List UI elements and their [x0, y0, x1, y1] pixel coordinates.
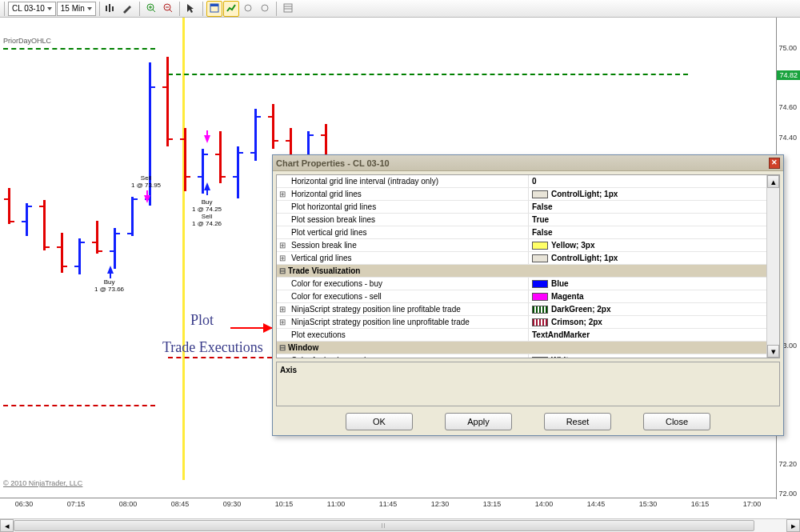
x-tick: 14:00 [535, 500, 554, 508]
x-tick: 14:45 [587, 500, 606, 508]
ohlc-bar [166, 57, 169, 146]
scrollbar-thumb[interactable] [14, 520, 754, 531]
chevron-down-icon: ▾ [771, 346, 776, 357]
y-tick: 72.00 [778, 490, 797, 498]
dialog-close-button[interactable]: ✕ [769, 158, 780, 169]
chart-trader-icon [226, 3, 236, 14]
svg-point-12 [245, 5, 251, 11]
zoom-in-button[interactable] [143, 1, 159, 17]
property-description-panel: Axis [276, 362, 780, 406]
x-tick: 08:00 [119, 500, 138, 508]
property-row[interactable]: Plot vertical grid linesFalse [277, 226, 779, 239]
chevron-down-icon [47, 7, 52, 10]
cursor-button[interactable] [183, 1, 199, 17]
property-row[interactable]: Plot executionsTextAndMarker [277, 329, 779, 342]
property-value[interactable]: Crimson; 2px [528, 316, 779, 328]
reset-button[interactable]: Reset [544, 413, 611, 430]
expander-icon [277, 354, 288, 358]
property-value[interactable]: Blue [528, 278, 779, 290]
property-value[interactable]: White [528, 354, 779, 358]
x-tick: 10:15 [275, 500, 294, 508]
interval-combo[interactable]: 15 Min [57, 2, 96, 16]
close-button[interactable]: Close [643, 413, 710, 430]
property-row[interactable]: Color for executions - buyBlue [277, 278, 779, 290]
expander-icon[interactable]: ⊟ [277, 342, 288, 354]
property-grid-scrollbar[interactable]: ▴ ▾ [766, 175, 779, 358]
property-value[interactable]: ControlLight; 1px [528, 188, 779, 200]
expander-icon [277, 226, 288, 238]
chevron-right-icon: ▸ [791, 521, 796, 531]
property-row[interactable]: Plot session break linesTrue [277, 214, 779, 226]
x-tick: 11:45 [379, 500, 398, 508]
property-value[interactable]: ControlLight; 1px [528, 252, 779, 264]
property-row[interactable]: Color for executions - sellMagenta [277, 290, 779, 303]
property-label: Horizontal grid line interval (intraday … [288, 175, 528, 187]
candlestick-icon [105, 2, 116, 15]
symbol-combo[interactable]: CL 03-10 [8, 2, 56, 16]
property-label: Color for executions - buy [288, 278, 528, 290]
property-value[interactable]: DarkGreen; 2px [528, 303, 779, 315]
property-label: Plot vertical grid lines [288, 226, 528, 238]
ohlc-bar [96, 221, 98, 254]
scroll-up-button[interactable]: ▴ [767, 175, 779, 188]
svg-rect-11 [210, 4, 218, 6]
chevron-left-icon: ◂ [5, 521, 10, 531]
expander-icon[interactable]: ⊟ [277, 265, 288, 277]
property-row[interactable]: ⊞Horizontal grid linesControlLight; 1px [277, 188, 779, 201]
property-row[interactable]: Horizontal grid line interval (intraday … [277, 175, 779, 188]
property-row[interactable]: ⊞NinjaScript strategy position line prof… [277, 303, 779, 316]
property-grid[interactable]: Horizontal grid line interval (intraday … [276, 174, 780, 358]
expander-icon[interactable]: ⊞ [277, 316, 288, 328]
expander-icon [277, 175, 288, 187]
dialog-titlebar[interactable]: Chart Properties - CL 03-10 ✕ [273, 155, 783, 171]
properties-icon [283, 3, 293, 14]
property-label: Vertical grid lines [288, 252, 528, 264]
property-row[interactable]: Plot horizontal grid linesFalse [277, 201, 779, 214]
property-value[interactable]: False [528, 201, 779, 213]
bar-style-button[interactable] [103, 1, 119, 17]
apply-button[interactable]: Apply [445, 413, 512, 430]
property-value[interactable]: TextAndMarker [528, 329, 779, 341]
copyright-label: © 2010 NinjaTrader, LLC [3, 479, 82, 487]
property-value[interactable]: True [528, 214, 779, 226]
property-value[interactable]: False [528, 226, 779, 238]
scrollbar-track[interactable] [14, 519, 786, 532]
zoom-out-button[interactable] [160, 1, 176, 17]
properties-button[interactable] [280, 1, 296, 17]
svg-rect-0 [106, 6, 107, 11]
property-category-row[interactable]: ⊟Trade Visualization [277, 265, 779, 278]
property-row[interactable]: ⊞NinjaScript strategy position line unpr… [277, 316, 779, 329]
svg-rect-14 [284, 4, 292, 12]
property-label: Color for executions - sell [288, 290, 528, 302]
expander-icon[interactable]: ⊞ [277, 188, 288, 200]
property-label: NinjaScript strategy position line unpro… [288, 316, 528, 328]
property-value[interactable]: Magenta [528, 290, 779, 302]
button-b[interactable] [257, 1, 273, 17]
property-value-text: Magenta [551, 290, 584, 303]
horizontal-scrollbar[interactable]: ◂ ▸ [0, 518, 800, 532]
property-value[interactable]: 0 [528, 175, 779, 187]
scroll-right-button[interactable]: ▸ [786, 519, 800, 532]
data-box-button[interactable] [206, 1, 222, 17]
scroll-left-button[interactable]: ◂ [0, 519, 14, 532]
draw-tool-button[interactable] [120, 1, 136, 17]
property-row[interactable]: ⊞Vertical grid linesControlLight; 1px [277, 252, 779, 265]
property-row[interactable]: Color for backgroundWhite [277, 354, 779, 358]
expander-icon[interactable]: ⊞ [277, 303, 288, 315]
x-tick: 12:30 [431, 500, 450, 508]
scroll-down-button[interactable]: ▾ [767, 345, 779, 358]
color-swatch [532, 357, 548, 359]
ok-button[interactable]: OK [346, 413, 413, 430]
chevron-up-icon: ▴ [771, 177, 776, 187]
y-tick: 75.00 [778, 44, 797, 52]
expander-icon [277, 201, 288, 213]
property-value-text: False [532, 201, 553, 214]
property-row[interactable]: ⊞Session break lineYellow; 3px [277, 239, 779, 252]
property-category-row[interactable]: ⊟Window [277, 342, 779, 354]
x-axis[interactable]: 06:30 07:15 08:00 08:45 09:30 10:15 11:0… [0, 498, 776, 498]
button-a[interactable] [240, 1, 256, 17]
expander-icon[interactable]: ⊞ [277, 239, 288, 251]
property-value[interactable]: Yellow; 3px [528, 239, 779, 251]
chart-trader-button[interactable] [223, 1, 239, 17]
expander-icon[interactable]: ⊞ [277, 252, 288, 264]
